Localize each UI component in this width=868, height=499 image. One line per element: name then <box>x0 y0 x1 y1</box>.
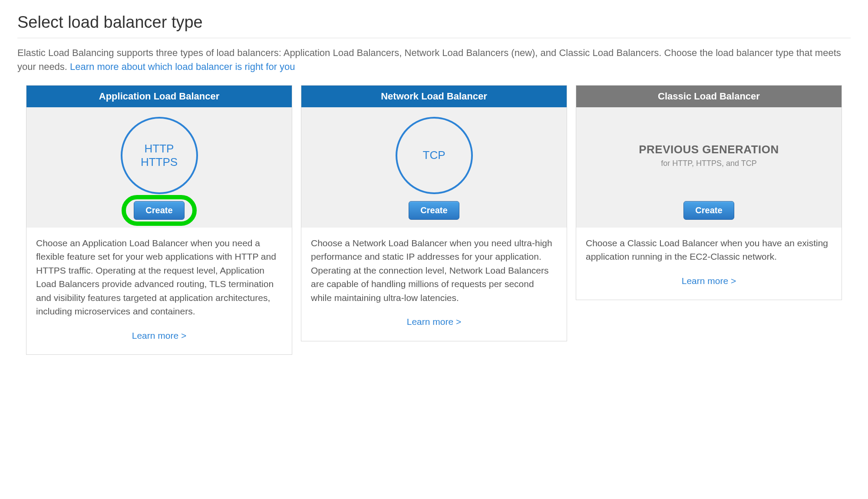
learn-more-link-network[interactable]: Learn more > <box>311 315 557 329</box>
card-description-network: Choose a Network Load Balancer when you … <box>311 238 552 303</box>
create-button-application[interactable]: Create <box>134 201 184 220</box>
learn-more-link-classic[interactable]: Learn more > <box>586 274 832 288</box>
card-visual-classic: PREVIOUS GENERATION for HTTP, HTTPS, and… <box>576 107 842 228</box>
protocol-https: HTTPS <box>141 155 178 169</box>
card-header-application: Application Load Balancer <box>26 86 292 107</box>
protocol-http: HTTP <box>145 142 174 155</box>
card-application-lb: Application Load Balancer HTTP HTTPS Cre… <box>26 85 292 355</box>
protocol-tcp: TCP <box>423 149 446 162</box>
protocol-circle-icon: HTTP HTTPS <box>121 117 198 194</box>
create-button-classic[interactable]: Create <box>683 201 734 220</box>
create-button-network[interactable]: Create <box>409 201 459 220</box>
intro-text: Elastic Load Balancing supports three ty… <box>17 46 851 74</box>
card-classic-lb: Classic Load Balancer PREVIOUS GENERATIO… <box>576 85 842 301</box>
cards-container: Application Load Balancer HTTP HTTPS Cre… <box>17 85 851 355</box>
previous-generation-block: PREVIOUS GENERATION for HTTP, HTTPS, and… <box>639 117 779 194</box>
card-header-network: Network Load Balancer <box>301 86 567 107</box>
title-divider <box>17 38 851 38</box>
card-description-application: Choose an Application Load Balancer when… <box>36 238 276 317</box>
protocol-circle-icon: TCP <box>396 117 473 194</box>
previous-generation-subtitle: for HTTP, HTTPS, and TCP <box>661 159 756 168</box>
previous-generation-title: PREVIOUS GENERATION <box>639 143 779 156</box>
create-wrap-application: Create <box>134 201 184 220</box>
card-header-classic: Classic Load Balancer <box>576 86 842 107</box>
learn-more-link-application[interactable]: Learn more > <box>36 329 282 343</box>
card-network-lb: Network Load Balancer TCP Create Choose … <box>301 85 567 341</box>
card-body-classic: Choose a Classic Load Balancer when you … <box>576 228 842 300</box>
card-body-network: Choose a Network Load Balancer when you … <box>301 228 567 341</box>
page-title: Select load balancer type <box>17 13 851 32</box>
card-visual-application: HTTP HTTPS Create <box>26 107 292 228</box>
card-body-application: Choose an Application Load Balancer when… <box>26 228 292 355</box>
card-description-classic: Choose a Classic Load Balancer when you … <box>586 238 828 262</box>
card-visual-network: TCP Create <box>301 107 567 228</box>
intro-learn-more-link[interactable]: Learn more about which load balancer is … <box>70 61 295 72</box>
